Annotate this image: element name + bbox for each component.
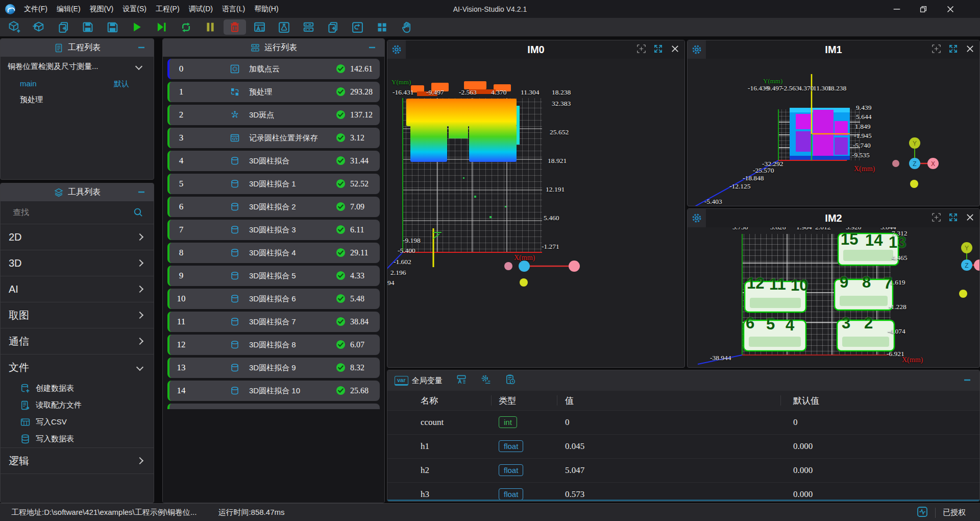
horizontal-scrollbar[interactable] xyxy=(387,500,979,501)
pause-icon[interactable] xyxy=(199,19,222,35)
column-name[interactable]: 名称 xyxy=(421,395,438,407)
expand-view-icon[interactable] xyxy=(948,43,959,56)
detection-box-label: 3 xyxy=(842,315,850,331)
run-list-item[interactable]: 9 3D圆柱拟合 5 4.33 xyxy=(167,266,380,286)
tool-category-ai[interactable]: AI xyxy=(1,276,154,302)
variable-history-icon[interactable] xyxy=(505,374,516,387)
tool-category-2d[interactable]: 2D xyxy=(1,224,154,250)
menu-edit[interactable]: 编辑(E) xyxy=(52,0,85,18)
table-row[interactable]: ccount int 0 0 xyxy=(387,410,979,434)
device-manager-icon[interactable] xyxy=(297,19,320,35)
chevron-right-icon xyxy=(136,286,143,293)
tool-category-capture[interactable]: 取图 xyxy=(1,302,154,328)
calibration-icon[interactable] xyxy=(273,19,295,35)
table-row[interactable]: h1 float 0.045 0.000 xyxy=(387,434,979,458)
tool-item-write-csv[interactable]: 写入CSV xyxy=(1,414,154,431)
menu-view[interactable]: 视图(V) xyxy=(85,0,118,18)
close-view-icon[interactable] xyxy=(965,43,975,56)
menu-language[interactable]: 语言(L) xyxy=(217,0,250,18)
search-icon[interactable] xyxy=(133,207,143,220)
collapse-panel-button[interactable] xyxy=(136,43,146,52)
variable-table-icon[interactable] xyxy=(456,374,467,387)
tool-item-create-table[interactable]: 创建数据表 xyxy=(1,380,154,397)
menu-settings[interactable]: 设置(S) xyxy=(118,0,151,18)
run-list-item[interactable]: 4 3D圆柱拟合 31.44 xyxy=(167,151,380,171)
axis-tick: -9.198 xyxy=(403,236,421,245)
module-grid-icon[interactable] xyxy=(371,19,393,35)
run-list-item[interactable]: 5 3D圆柱拟合 1 52.52 xyxy=(167,174,380,194)
run-once-icon[interactable] xyxy=(150,19,173,35)
viewer-im2-canvas[interactable]: Y Z 5.730 3.626 1.904 2.012 5.920 5.044 … xyxy=(688,227,979,367)
run-list-item[interactable]: 8 3D圆柱拟合 4 29.11 xyxy=(167,243,380,263)
project-root-item[interactable]: 铜卷位置检测及尺寸测量... xyxy=(1,57,154,76)
viewer-im1-canvas[interactable]: Y Z X Y(mm) -16.439 -9.497 -2.563 4.370 … xyxy=(688,59,979,206)
hand-tool-icon[interactable] xyxy=(395,19,418,35)
minimize-button[interactable] xyxy=(892,5,901,14)
stop-icon[interactable] xyxy=(224,19,246,35)
run-list-item[interactable]: 12 3D圆柱拟合 8 6.07 xyxy=(167,335,380,355)
collapse-panel-button[interactable] xyxy=(962,375,972,385)
axis-tick: -25.570 xyxy=(753,167,774,175)
search-input[interactable]: 查找 xyxy=(13,207,29,218)
run-list-item[interactable]: 11 3D圆柱拟合 7 38.84 xyxy=(167,312,380,332)
column-default[interactable]: 默认值 xyxy=(793,395,819,407)
column-type[interactable]: 类型 xyxy=(499,395,516,407)
global-variables-panel: var 全局变量 名称 类型 值 默认值 ccount int 0 0 h1 f… xyxy=(387,370,980,502)
menu-project[interactable]: 工程(P) xyxy=(151,0,184,18)
table-row[interactable]: h2 float 5.047 0.000 xyxy=(387,458,979,482)
column-value[interactable]: 值 xyxy=(565,395,574,407)
viewer-settings-button[interactable] xyxy=(387,40,406,59)
variable-settings-icon[interactable] xyxy=(480,374,492,387)
run-list-item[interactable]: 10 3D圆柱拟合 6 5.48 xyxy=(167,289,380,309)
expand-view-icon[interactable] xyxy=(653,43,664,56)
run-list-item[interactable]: 6 3D圆柱拟合 2 7.09 xyxy=(167,197,380,217)
close-view-icon[interactable] xyxy=(965,212,975,225)
tool-item-write-table[interactable]: 写入数据表 xyxy=(1,431,154,447)
run-icon[interactable] xyxy=(126,19,148,35)
flow-item-main[interactable]: main 默认 xyxy=(1,76,154,91)
save-icon[interactable] xyxy=(77,19,99,35)
table-row[interactable]: h3 float 0.573 0.000 xyxy=(387,482,979,502)
collapse-panel-button[interactable] xyxy=(367,43,377,52)
tool-search[interactable]: 查找 xyxy=(1,201,154,224)
run-list-item-partial[interactable] xyxy=(167,404,380,409)
run-list-item[interactable]: 3 记录圆柱位置并保存 3.12 xyxy=(167,128,380,148)
tool-category-3d[interactable]: 3D xyxy=(1,250,154,276)
collapse-panel-button[interactable] xyxy=(136,187,146,197)
tool-category-communication[interactable]: 通信 xyxy=(1,328,154,354)
viewer-settings-button[interactable] xyxy=(688,40,706,59)
flow-item-preprocess[interactable]: 预处理 xyxy=(1,91,154,108)
import-config-icon[interactable] xyxy=(52,19,75,35)
run-list-item[interactable]: 13 3D圆柱拟合 9 8.32 xyxy=(167,358,380,378)
close-button[interactable] xyxy=(945,4,955,14)
log-window-icon[interactable] xyxy=(248,19,271,35)
new-document-icon[interactable] xyxy=(322,19,344,35)
run-list-item[interactable]: 0 加载点云 142.61 xyxy=(167,59,380,79)
maximize-button[interactable] xyxy=(919,5,928,14)
close-view-icon[interactable] xyxy=(670,43,680,56)
menu-debug[interactable]: 调试(D) xyxy=(184,0,217,18)
viewer-im0-canvas[interactable]: Y(mm) -16.431 -9.497 -2.563 4.370 11.304… xyxy=(387,59,684,367)
save-all-icon[interactable] xyxy=(101,19,124,35)
expand-view-icon[interactable] xyxy=(948,212,959,225)
fit-view-icon[interactable] xyxy=(931,212,942,225)
menu-file[interactable]: 文件(F) xyxy=(19,0,52,18)
axis-tick: 2.196 xyxy=(390,269,406,277)
run-loop-icon[interactable] xyxy=(175,19,197,35)
new-project-icon[interactable] xyxy=(3,19,26,35)
menu-help[interactable]: 帮助(H) xyxy=(250,0,283,18)
open-project-icon[interactable] xyxy=(28,19,50,35)
tool-category-file[interactable]: 文件 xyxy=(1,354,154,380)
fit-view-icon[interactable] xyxy=(636,43,647,56)
tool-item-read-recipe[interactable]: 读取配方文件 xyxy=(1,397,154,414)
run-list-item[interactable]: 7 3D圆柱拟合 3 6.11 xyxy=(167,220,380,240)
tool-category-logic[interactable]: 逻辑 xyxy=(1,447,154,474)
chevron-down-icon[interactable] xyxy=(135,63,142,70)
viewer-settings-button[interactable] xyxy=(688,209,706,227)
run-list-item[interactable]: 14 3D圆柱拟合 10 25.68 xyxy=(167,381,380,401)
run-list-item[interactable]: 2 3D斑点 137.12 xyxy=(167,105,380,125)
fit-view-icon[interactable] xyxy=(931,43,942,56)
run-list-item[interactable]: 1 预处理 293.28 xyxy=(167,82,380,102)
axis-tick: 2.012 xyxy=(815,227,830,231)
history-icon[interactable] xyxy=(346,19,369,35)
